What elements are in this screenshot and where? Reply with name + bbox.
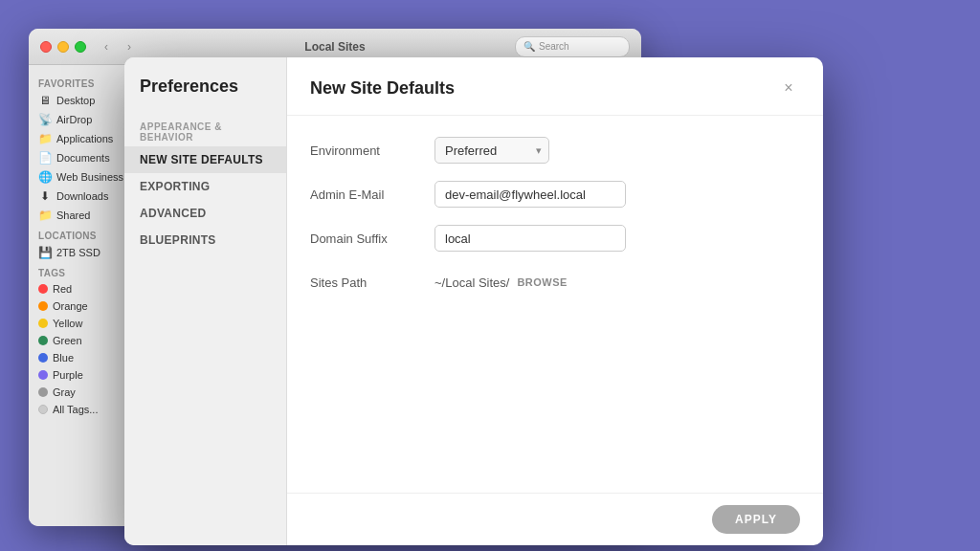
search-icon: 🔍 <box>523 41 535 52</box>
minimize-traffic-light[interactable] <box>57 41 69 53</box>
tag-label-green: Green <box>53 335 82 346</box>
sites-path-label: Sites Path <box>310 276 434 290</box>
desktop-icon: 🖥 <box>38 94 52 107</box>
sidebar-label-ssd: 2TB SSD <box>56 247 100 258</box>
prefs-footer: APPLY <box>287 493 823 545</box>
ssd-icon: 💾 <box>38 246 52 259</box>
airdrop-icon: 📡 <box>38 113 52 126</box>
close-button[interactable]: × <box>777 77 800 99</box>
web-business-icon: 🌐 <box>38 170 52 184</box>
tag-label-blue: Blue <box>53 352 74 364</box>
browse-button[interactable]: BROWSE <box>517 276 568 288</box>
maximize-traffic-light[interactable] <box>75 41 86 53</box>
sidebar-label-shared: Shared <box>56 209 90 221</box>
prefs-form: Environment Preferred Admin E-Mail <box>287 116 823 493</box>
finder-toolbar-center: Local Sites <box>304 40 365 54</box>
prefs-nav-new-site-defaults[interactable]: New Site Defaults <box>124 146 286 173</box>
sites-path-control: ~/Local Sites/ BROWSE <box>434 276 800 290</box>
shared-icon: 📁 <box>38 209 52 222</box>
downloads-icon: ⬇ <box>38 189 52 203</box>
tag-label-yellow: Yellow <box>53 318 82 329</box>
environment-control: Preferred <box>434 137 800 164</box>
sidebar-label-downloads: Downloads <box>56 190 108 202</box>
environment-select[interactable]: Preferred <box>434 137 549 164</box>
preferences-window: Preferences Appearance & Behavior New Si… <box>124 57 823 545</box>
finder-window-title: Local Sites <box>304 40 365 54</box>
sidebar-label-web-business: Web Business <box>56 171 123 183</box>
search-placeholder: Search <box>539 41 569 52</box>
sidebar-label-airdrop: AirDrop <box>56 114 92 125</box>
tag-dot-red <box>38 284 48 294</box>
prefs-nav-blueprints[interactable]: Blueprints <box>124 227 286 253</box>
admin-email-control <box>434 181 800 208</box>
prefs-nav-exporting[interactable]: Exporting <box>124 173 286 200</box>
close-traffic-light[interactable] <box>40 41 52 53</box>
finder-search-bar[interactable]: 🔍 Search <box>515 36 630 57</box>
prefs-window-title: Preferences <box>124 77 286 112</box>
tag-dot-purple <box>38 370 48 380</box>
back-button[interactable]: ‹ <box>98 38 115 55</box>
domain-suffix-row: Domain Suffix <box>310 223 800 253</box>
tag-dot-green <box>38 336 48 345</box>
sidebar-label-applications: Applications <box>56 133 113 144</box>
admin-email-input[interactable] <box>434 181 626 208</box>
tag-label-all: All Tags... <box>53 404 99 415</box>
environment-select-wrapper: Preferred <box>434 137 549 164</box>
sites-path-row: Sites Path ~/Local Sites/ BROWSE <box>310 267 800 298</box>
apply-button[interactable]: APPLY <box>712 505 800 534</box>
environment-row: Environment Preferred <box>310 135 800 165</box>
domain-suffix-input[interactable] <box>434 225 626 252</box>
tag-dot-orange <box>38 301 48 311</box>
applications-icon: 📁 <box>38 132 52 145</box>
admin-email-label: Admin E-Mail <box>310 187 434 202</box>
finder-nav: ‹ › <box>98 38 138 55</box>
tag-label-gray: Gray <box>53 386 76 398</box>
sites-path-value: ~/Local Sites/ <box>434 276 509 290</box>
sidebar-label-documents: Documents <box>56 152 110 164</box>
prefs-panel-title: New Site Defaults <box>310 78 455 99</box>
tag-dot-blue <box>38 353 48 363</box>
tag-label-purple: Purple <box>53 369 83 381</box>
tag-dot-yellow <box>38 319 48 328</box>
forward-button[interactable]: › <box>121 38 138 55</box>
tag-label-orange: Orange <box>53 300 88 312</box>
prefs-section-appearance: Appearance & Behavior <box>124 112 286 146</box>
traffic-lights <box>40 41 86 53</box>
tag-dot-all <box>38 405 48 414</box>
tag-label-red: Red <box>53 283 72 295</box>
prefs-nav-advanced[interactable]: Advanced <box>124 200 286 227</box>
prefs-main: New Site Defaults × Environment Preferre… <box>287 57 823 545</box>
admin-email-row: Admin E-Mail <box>310 179 800 209</box>
prefs-sidebar: Preferences Appearance & Behavior New Si… <box>124 57 287 545</box>
domain-suffix-control <box>434 225 800 252</box>
domain-suffix-label: Domain Suffix <box>310 231 434 246</box>
environment-label: Environment <box>310 143 434 158</box>
prefs-header: New Site Defaults × <box>287 57 823 116</box>
documents-icon: 📄 <box>38 151 52 165</box>
tag-dot-gray <box>38 387 48 397</box>
sidebar-label-desktop: Desktop <box>56 95 95 106</box>
